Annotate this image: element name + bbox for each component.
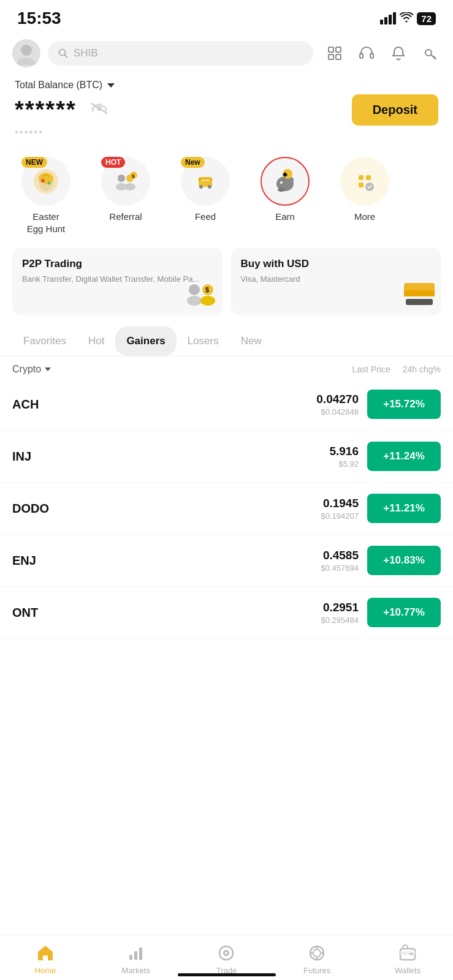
buy-usd-icon — [403, 277, 436, 311]
avatar[interactable] — [12, 39, 40, 67]
svg-rect-43 — [359, 183, 364, 187]
tab-hot[interactable]: Hot — [77, 326, 115, 356]
status-bar: 15:53 72 — [0, 0, 453, 33]
change-header: 24h chg% — [403, 364, 441, 374]
crypto-row-inj[interactable]: INJ 5.916 $5.92 +11.24% — [0, 431, 453, 483]
svg-rect-51 — [404, 290, 435, 296]
status-time: 15:53 — [17, 9, 61, 28]
tab-favorites[interactable]: Favorites — [12, 326, 77, 356]
header-icons — [324, 43, 441, 64]
change-badge-ach: +15.72% — [367, 390, 441, 419]
crypto-symbol-enj: ENJ — [12, 554, 67, 568]
nav-markets-label: Markets — [122, 966, 150, 975]
svg-point-22 — [118, 175, 125, 182]
action-label-referral: Referral — [109, 211, 142, 223]
nav-futures[interactable]: Futures — [292, 943, 341, 975]
markets-icon — [126, 943, 147, 963]
crypto-row-enj[interactable]: ENJ 0.4585 $0.457694 +10.83% — [0, 535, 453, 587]
balance-chevron-icon — [107, 83, 115, 88]
svg-point-1 — [17, 58, 36, 65]
market-tabs: Favorites Hot Gainers Losers New — [0, 326, 453, 356]
battery-icon: 72 — [417, 12, 436, 25]
crypto-table: ACH 0.04270 $0.042848 +15.72% INJ 5.916 … — [0, 379, 453, 639]
crypto-row-dodo[interactable]: DODO 0.1945 $0.194207 +11.21% — [0, 483, 453, 535]
crypto-row-ach[interactable]: ACH 0.04270 $0.042848 +15.72% — [0, 379, 453, 431]
balance-row: ****** Deposit — [15, 94, 438, 126]
svg-text:$: $ — [132, 173, 135, 179]
col-headers: Last Price 24h chg% — [352, 364, 441, 374]
hide-balance-icon[interactable] — [90, 102, 108, 119]
svg-rect-6 — [329, 55, 333, 59]
tab-gainers[interactable]: Gainers — [115, 326, 176, 356]
svg-point-15 — [41, 179, 45, 183]
svg-rect-42 — [366, 175, 371, 180]
action-label-easter: EasterEgg Hunt — [27, 211, 66, 235]
wifi-icon — [400, 12, 413, 26]
svg-rect-7 — [336, 55, 341, 59]
svg-point-0 — [21, 45, 32, 56]
p2p-icon: $ — [185, 277, 218, 311]
action-easter-egg-hunt[interactable]: NEW EasterEgg Hunt — [6, 153, 86, 238]
crypto-label-text: Crypto — [12, 364, 41, 375]
headset-icon[interactable] — [356, 43, 377, 64]
nav-futures-label: Futures — [303, 966, 330, 975]
buy-usd-title: Buy with USD — [241, 258, 432, 270]
deposit-button[interactable]: Deposit — [352, 94, 438, 126]
key-icon[interactable] — [420, 43, 441, 64]
crypto-chevron-icon — [45, 368, 51, 371]
last-price-header: Last Price — [352, 364, 390, 374]
status-icons: 72 — [380, 12, 436, 26]
crypto-price-ont: 0.2951 $0.295484 — [67, 601, 359, 625]
balance-value: ****** — [15, 97, 77, 123]
quick-actions: NEW EasterEgg Hunt HOT — [0, 147, 453, 248]
action-feed[interactable]: New Feed — [166, 153, 245, 238]
nav-home-label: Home — [35, 966, 56, 975]
table-header: Crypto Last Price 24h chg% — [0, 356, 453, 379]
tab-new[interactable]: New — [230, 326, 273, 356]
svg-point-14 — [39, 173, 53, 184]
svg-point-48 — [187, 296, 202, 306]
trade-icon — [216, 943, 237, 963]
nav-trade[interactable]: Trade — [202, 943, 251, 975]
p2p-trading-card[interactable]: P2P Trading Bank Transfer, Digital Walle… — [12, 248, 223, 315]
svg-point-35 — [280, 181, 283, 184]
futures-icon — [306, 943, 327, 963]
header: SHIB — [0, 33, 453, 74]
action-label-more: More — [354, 211, 375, 223]
search-bar[interactable]: SHIB — [48, 41, 313, 66]
svg-point-16 — [48, 182, 51, 185]
action-label-earn: Earn — [275, 211, 295, 223]
crypto-filter[interactable]: Crypto — [12, 364, 51, 375]
fullscreen-icon[interactable] — [324, 43, 345, 64]
svg-rect-41 — [359, 175, 364, 180]
nav-wallets[interactable]: Wallets — [383, 943, 432, 975]
action-label-feed: Feed — [195, 211, 216, 223]
svg-rect-5 — [336, 47, 341, 52]
buy-with-usd-card[interactable]: Buy with USD Visa, Mastercard — [231, 248, 441, 315]
notification-icon[interactable] — [388, 43, 409, 64]
action-more[interactable]: More — [325, 153, 405, 238]
balance-label[interactable]: Total Balance (BTC) — [15, 80, 438, 91]
crypto-symbol-ont: ONT — [12, 606, 67, 620]
action-referral[interactable]: HOT $ Referral — [86, 153, 166, 238]
change-badge-ont: +10.77% — [367, 598, 441, 627]
svg-line-3 — [64, 55, 67, 57]
home-icon — [35, 943, 56, 963]
wallets-icon — [397, 943, 418, 963]
crypto-row-ont[interactable]: ONT 0.2951 $0.295484 +10.77% — [0, 587, 453, 639]
svg-point-45 — [189, 284, 200, 295]
svg-rect-67 — [409, 953, 413, 955]
svg-point-58 — [225, 952, 227, 954]
crypto-symbol-ach: ACH — [12, 398, 67, 412]
search-placeholder: SHIB — [74, 47, 98, 59]
nav-markets[interactable]: Markets — [112, 943, 161, 975]
balance-section: Total Balance (BTC) ****** Deposit *****… — [0, 74, 453, 147]
nav-home[interactable]: Home — [21, 943, 70, 975]
svg-rect-54 — [134, 951, 137, 960]
svg-point-49 — [200, 296, 215, 306]
action-earn[interactable]: ◆ Earn — [245, 153, 325, 238]
nav-wallets-label: Wallets — [395, 966, 421, 975]
crypto-price-enj: 0.4585 $0.457694 — [67, 549, 359, 573]
tab-losers[interactable]: Losers — [177, 326, 230, 356]
svg-point-30 — [208, 185, 211, 189]
